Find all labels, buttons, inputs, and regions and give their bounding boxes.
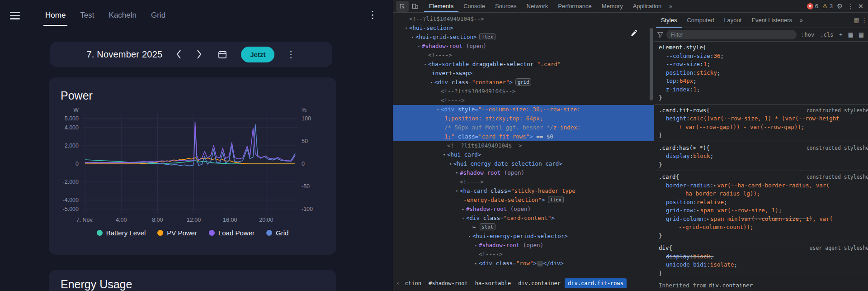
css-declaration[interactable]: top: 64px; [659,77,868,86]
css-declaration[interactable]: position: sticky; [659,69,868,77]
css-declaration[interactable]: grid-row: ▸ span var(--row-size, 1); [659,206,868,215]
dom-tree-node[interactable]: ↪slot [393,223,654,232]
calendar-button[interactable] [216,48,229,61]
dom-tree-node[interactable]: <!----> [393,96,654,105]
css-declaration[interactable]: z-index: 1; [659,86,868,94]
console-errors-badge[interactable]: ✕ 6 [807,3,818,10]
element-states-grid-icon[interactable]: ▦ [847,31,854,38]
panel-tab-performance[interactable]: Performance [553,0,596,12]
device-toolbar-icon[interactable] [409,1,421,12]
slot-badge[interactable]: slot [480,223,495,230]
dom-tree-node[interactable]: ▾<div class="card-content"> [393,214,654,223]
dom-tree-node[interactable]: <!--?lit$104949104$--> [393,87,654,96]
expand-arrow-icon[interactable]: ▾ [422,60,428,69]
css-declaration[interactable]: --column-size: 36; [659,52,868,61]
dom-tree-node[interactable]: ▾<hui-grid-section>flex [393,33,654,42]
dom-tree-node[interactable]: ▾<ha-sortable draggable-selector=".card" [393,60,654,69]
settings-gear-icon[interactable]: ⚙ [837,3,843,10]
sidebar-kebab-icon[interactable]: ⋮ [860,17,868,24]
now-button[interactable]: Jetzt [241,47,274,62]
css-declaration[interactable]: display: block; [659,253,868,261]
dom-tree-node[interactable]: ▸#shadow-root (open) [393,205,654,214]
flex-badge[interactable]: flex [548,196,564,203]
dom-tree-node[interactable]: ▾#shadow-root (open) [393,168,654,177]
expand-arrow-icon[interactable]: ▾ [441,150,447,159]
expand-arrow-icon[interactable]: ▸ [460,205,466,214]
nav-tab-kacheln[interactable]: Kacheln [102,0,144,30]
css-declaration[interactable]: position: relative; [659,198,868,207]
styles-filter-input[interactable]: Filter [666,30,797,39]
dashboard-overflow-icon[interactable]: ⋮ [368,9,377,21]
panel-tab-memory[interactable]: Memory [597,0,628,12]
dom-tree-node[interactable]: <!--?lit$104949104$--> [393,14,654,24]
panel-tab-application[interactable]: Application [628,0,667,12]
devtools-close-icon[interactable]: ✕ [858,3,863,10]
css-declaration[interactable]: unicode-bidi: isolate; [659,261,868,269]
inherited-target-link[interactable]: div.container [708,282,753,289]
dom-tree-node[interactable]: invert-swap> [393,69,654,78]
panel-tab-console[interactable]: Console [458,0,490,12]
panel-tab-network[interactable]: Network [522,0,553,12]
flex-badge[interactable]: flex [479,33,495,40]
breadcrumb-ction[interactable]: ction [402,278,425,288]
dom-tree-node[interactable]: <!----> [393,250,654,259]
pseudo-class-toggle[interactable]: :hov [800,31,816,38]
css-declaration[interactable]: grid-column: ▸ span min(var(--column-siz… [659,215,868,224]
css-declaration[interactable]: display: block; [659,152,868,161]
dom-tree-node[interactable]: ▸<div class="row">…</div> [393,259,654,268]
prev-date-button[interactable] [174,48,183,61]
dom-tree-node[interactable]: ▾#shadow-root (open) [393,241,654,250]
legend-item-pv-power[interactable]: PV Power [157,229,197,237]
elements-scrollbar[interactable] [650,28,653,100]
console-warnings-badge[interactable]: ⚠ 3 [822,3,833,10]
expand-arrow-icon[interactable]: ▾ [403,24,409,33]
css-declaration[interactable]: --grid-column-count)); [659,223,868,232]
nav-tab-grid[interactable]: Grid [144,0,173,30]
dom-tree-node[interactable]: ▾#shadow-root (open) [393,42,654,51]
expand-arrow-icon[interactable]: ▾ [454,186,460,196]
legend-item-battery-level[interactable]: Battery Level [97,229,146,237]
legend-item-grid[interactable]: Grid [266,229,288,237]
css-declaration[interactable]: + var(--row-gap))) - var(--row-gap)); [659,123,868,132]
dom-tree-node[interactable]: -energy-date-selection">flex [393,196,654,205]
breadcrumb-div-container[interactable]: div.container [515,278,564,288]
grid-badge[interactable]: grid [515,78,531,86]
expand-arrow-icon[interactable]: ▾ [473,241,479,250]
dom-tree-node[interactable]: /* 56px auf Mobil ggf. besser */z-index: [393,123,654,132]
inspect-element-icon[interactable] [396,1,409,12]
css-selector-line[interactable]: div {user agent stylesheet [659,244,868,253]
panel-tab-elements[interactable]: Elements [424,0,458,12]
dom-tree-node[interactable]: <!--?lit$104949104$--> [393,141,654,150]
dom-tree-node[interactable]: ▾<hui-energy-date-selection-card> [393,159,654,168]
dom-tree-node[interactable]: ▾<hui-energy-period-selector> [393,232,654,241]
css-declaration[interactable]: --row-size: 1; [659,60,868,69]
css-declaration[interactable]: --ha-border-radius-lg)); [659,190,868,198]
dom-tree-node[interactable]: <!----> [393,51,654,60]
css-selector-line[interactable]: .card:has(> *) {constructed stylesheet [659,144,868,153]
sidebar-tab-layout[interactable]: Layout [719,13,746,28]
nav-tab-home[interactable]: Home [38,0,73,30]
sidebar-tab-styles[interactable]: Styles [656,13,682,28]
breadcrumb-scroll-left-icon[interactable]: ‹ [394,280,401,286]
dom-tree-node[interactable]: ▾<ha-card class="sticky-header type [393,186,654,196]
expand-arrow-icon[interactable]: ▸ [473,259,479,268]
devtools-kebab-icon[interactable]: ⋮ [847,3,854,10]
css-declaration[interactable]: height: calc((var(--row-size, 1) * (var(… [659,114,868,123]
dom-tree-node[interactable]: ▾<div style="--column-size: 36;--row-siz… [393,105,654,114]
expand-arrow-icon[interactable]: ▾ [460,214,466,223]
next-date-button[interactable] [195,48,204,61]
breadcrumb--shadow-root[interactable]: #shadow-root [425,278,471,288]
sidebar-tab-computed[interactable]: Computed [682,13,719,28]
expand-arrow-icon[interactable]: ▾ [416,42,422,51]
menu-icon[interactable] [10,12,20,21]
css-declaration[interactable]: border-radius: ▸ var(--ha-card-border-ra… [659,181,868,190]
panel-options-icon[interactable]: ▦ [853,17,860,24]
font-editor-icon[interactable]: ▤ [858,31,865,38]
css-selector-line[interactable]: .card.fit-rows {constructed stylesheet [659,106,868,115]
expand-arrow-icon[interactable]: ▾ [454,168,460,177]
expand-arrow-icon[interactable]: ▾ [435,105,441,114]
panel-tab-sources[interactable]: Sources [490,0,522,12]
expand-arrow-icon[interactable]: ▾ [448,159,453,168]
dom-tree-node[interactable]: ▾<hui-section> [393,24,654,33]
more-panels-icon[interactable]: » [666,3,675,10]
